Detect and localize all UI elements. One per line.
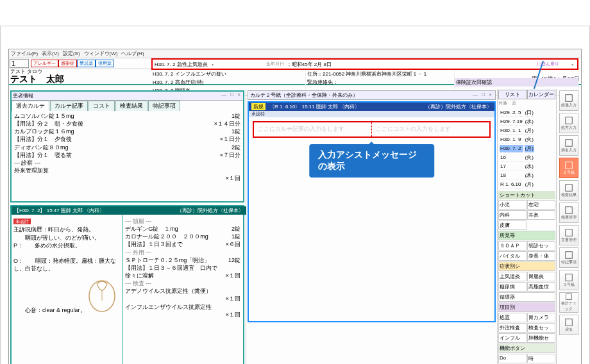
karte-input[interactable]: ここにカルテ記事の入力をします — [254, 122, 372, 136]
nav-icon-２号紙[interactable]: ２号紙 — [559, 158, 578, 178]
visit-date-row[interactable]: 18(木) — [500, 172, 534, 179]
rx-qty: ×７日分 — [220, 151, 240, 159]
visit-date-row[interactable]: R 1. 6.10(月) — [500, 181, 534, 188]
disclosure-icon[interactable]: ▾ — [212, 62, 215, 67]
svg-rect-4 — [566, 161, 573, 169]
hx-r2c3: 保険証次回確認 — [455, 78, 578, 87]
hx-line1-b: ：昭和45年 2月 8日 — [287, 61, 332, 68]
shortcut-button[interactable]: ＳＯＡＰ — [498, 241, 527, 251]
order-line: デルギンG錠 １mg — [125, 225, 178, 233]
shortcut-button[interactable]: 検査セッ — [527, 323, 555, 333]
cost-input[interactable]: ここにコストの入力をします — [372, 122, 489, 136]
shortcut-button[interactable]: 糖尿病 — [498, 282, 527, 292]
svg-rect-1 — [566, 94, 573, 101]
order-section: --- 頓服 --- — [125, 217, 240, 225]
shortcut-button[interactable]: 初診セッ — [527, 241, 555, 251]
shortcut-button[interactable]: 肺機能セ — [527, 333, 555, 343]
nav-icon-処方入力[interactable]: 処方入力 — [559, 113, 578, 133]
tag-infect[interactable]: 感染症 — [58, 60, 77, 67]
shortcut-button[interactable]: 時 — [527, 354, 555, 363]
visit-date-row[interactable]: H30. 7. 2(月) — [500, 145, 534, 153]
nav-icon-検査結果[interactable]: 検査結果 — [559, 180, 578, 201]
shortcut-button[interactable]: 在宅 — [527, 200, 555, 210]
visit-date-row[interactable]: 17(水) — [500, 163, 534, 170]
rx-line: 【用法】分１ 寝る前 — [14, 151, 72, 159]
tab-past-karte[interactable]: 過去カルテ — [12, 101, 49, 111]
menubar: ファイル(F) 表示(V) 設定(S) ウィンドウ(W) ヘルプ(H) — [9, 49, 581, 58]
tab-calendar[interactable]: カレンダー — [527, 90, 556, 99]
tab-notes[interactable]: 特記事項 — [148, 101, 180, 111]
order-line: カロナール錠２００ ２００mg — [125, 233, 208, 240]
rx-qty: ×１日分 — [220, 135, 240, 143]
svg-rect-8 — [566, 251, 573, 258]
nav-icon-病名入力[interactable]: 病名入力 — [559, 135, 578, 156]
mid-title-text: カルテ２号紙（全診療科・全保険・外来のみ） — [250, 92, 358, 99]
order-qty: 1錠 — [232, 233, 240, 240]
shortcut-button[interactable]: 小児 — [498, 200, 527, 210]
shortcut-section: 循環器 — [498, 292, 555, 302]
shortcut-button[interactable]: 外注検査 — [498, 323, 527, 333]
rx-line: --- 診察 --- — [14, 159, 40, 167]
rx-qty: 1錠 — [232, 112, 240, 120]
window-buttons[interactable]: — □ × — [473, 92, 493, 99]
shortcut-button[interactable]: 高脂血症 — [527, 282, 555, 292]
shortcut-button[interactable]: 内科 — [498, 210, 527, 220]
order-line: 【用法】１日３回まで — [125, 240, 183, 248]
shortcut-button[interactable]: 上気道炎 — [498, 272, 527, 281]
visit-date-row[interactable]: 16(火) — [500, 154, 534, 161]
order-line: 【用法】１日３～６回適宜 口内で — [125, 264, 217, 272]
shortcut-button[interactable]: 耳鼻 — [527, 210, 555, 220]
order-qty: 12錠 — [228, 256, 240, 264]
visit-date-row[interactable]: H30. 1. 9(火) — [500, 136, 534, 144]
svg-rect-11 — [566, 318, 573, 326]
nav-icon-戻る[interactable]: 戻る — [559, 315, 578, 335]
svg-rect-2 — [566, 117, 573, 124]
window-buttons[interactable]: — □ × — [221, 92, 242, 97]
left-top-body: ムコソルバン錠１５mg1錠【用法】分２ 朝・夕食後×１４日分カルブロック錠１６m… — [12, 111, 243, 201]
nav-icon-特記事項[interactable]: 特記事項 — [559, 247, 578, 268]
tag-combo[interactable]: 併用薬 — [96, 60, 114, 67]
tab-list[interactable]: リスト — [498, 90, 527, 99]
throat-icon — [87, 275, 117, 312]
tab-cost[interactable]: コスト — [88, 101, 115, 111]
history-highlight-bar: H30. 7. 2 急性上気道炎 ▾ 生年月日 ：昭和45年 2月 8日 にほん… — [151, 58, 578, 70]
shortcut-button[interactable]: 処置 — [498, 313, 527, 322]
app-window: ファイル(F) 表示(V) 設定(S) ウィンドウ(W) ヘルプ(H) 1 アレ… — [8, 49, 582, 364]
menu-config[interactable]: 設定(S) — [63, 50, 80, 57]
rx-qty: ×１回 — [226, 174, 240, 182]
shortcut-button[interactable]: 皮膚 — [498, 220, 527, 230]
visit-date-row[interactable]: H30. 1. 1(月) — [500, 127, 534, 135]
menu-help[interactable]: ヘルプ(H) — [121, 50, 144, 57]
tag-contra[interactable]: 禁忌薬 — [77, 60, 96, 67]
shortcut-button[interactable]: 胃カメラ — [527, 313, 555, 322]
tab-karte-note[interactable]: カルテ記事 — [50, 101, 88, 111]
tab-lab[interactable]: 検査結果 — [115, 101, 148, 111]
hx-r1c2: 住所：221-0052 神奈川県横浜市神奈川区栄町１－１ — [306, 70, 455, 78]
shortcut-button[interactable]: バイタル — [498, 251, 527, 261]
shortcut-button[interactable]: インフル — [498, 333, 527, 343]
visit-date-row[interactable]: H29. 2. 5(日) — [500, 109, 534, 117]
nav-icon-指導管理[interactable]: 指導管理 — [559, 203, 578, 223]
patient-id-field[interactable]: 1 — [10, 59, 29, 68]
shortcut-section: 症状別シ — [498, 261, 555, 271]
visit-date-row[interactable]: H29. 7.19(水) — [500, 118, 534, 126]
menu-file[interactable]: ファイル(F) — [11, 50, 38, 57]
mid-window-title: カルテ２号紙（全診療科・全保険・外来のみ） — □ × — [248, 90, 496, 100]
orders-area: --- 頓服 ---デルギンG錠 １mg2錠カロナール錠２００ ２００mg1錠【… — [122, 215, 243, 364]
disclosure-icon[interactable]: ▾ — [571, 62, 575, 67]
mid-header: 新規 〈R 1. 6.10〉 15:11 医師 太郎 〈内科〉 （再診）院外処方… — [249, 103, 494, 111]
left-bottom-header: 【H30. 7. 2】 15:47 医師 太郎 〈内科〉 （再診）院外処方〈社保… — [12, 206, 244, 215]
nav-icon-文書管理[interactable]: 文書管理 — [559, 225, 578, 245]
left-top-title: 患者情報 — [13, 92, 33, 99]
hx-line1-a: H30. 7. 2 急性上気道炎 — [155, 61, 208, 68]
left-bottom-pane: 【H30. 7. 2】 15:47 医師 太郎 〈内科〉 （再診）院外処方〈社保… — [10, 205, 244, 364]
nav-icon-３号紙[interactable]: ３号紙 — [559, 270, 578, 290]
nav-icon-経過入力[interactable]: 経過入力 — [559, 90, 578, 111]
menu-view[interactable]: 表示(V) — [42, 50, 59, 57]
shortcut-button[interactable]: 胃腸炎 — [527, 272, 555, 281]
tag-allergy[interactable]: アレルギー — [31, 60, 58, 67]
shortcut-button[interactable]: 身長・体 — [527, 251, 555, 261]
shortcut-button[interactable]: Do — [498, 354, 527, 363]
nav-icon-会計チェック[interactable]: 会計チェック — [559, 292, 578, 313]
menu-window[interactable]: ウィンドウ(W) — [84, 50, 118, 57]
